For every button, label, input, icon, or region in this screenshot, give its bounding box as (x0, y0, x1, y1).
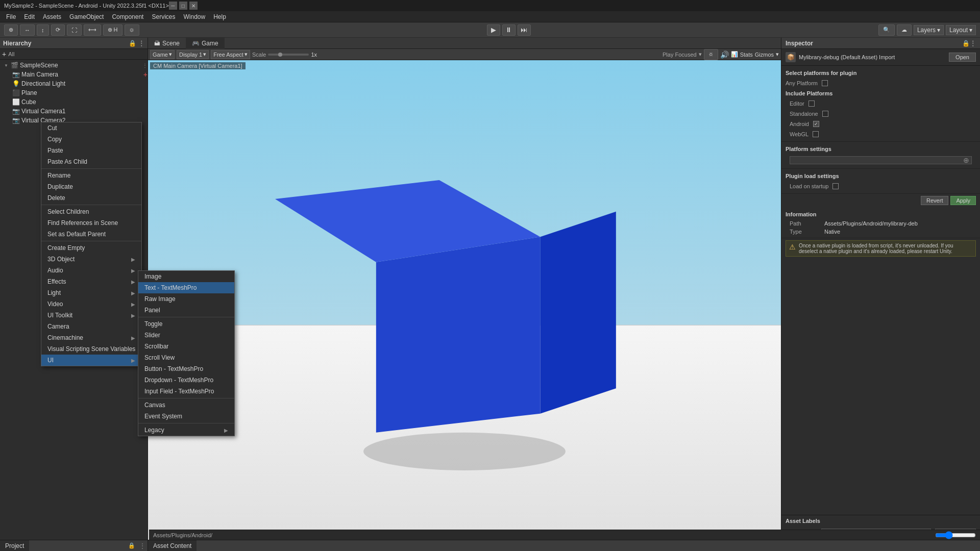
ctx-uitoolkit[interactable]: UI Toolkit▶ (41, 310, 141, 321)
ctx-ui[interactable]: UI▶ (41, 355, 141, 366)
hierarchy-tab-label[interactable]: Hierarchy (3, 40, 31, 47)
hierarchy-item-cube[interactable]: ⬜ Cube (0, 97, 148, 107)
toolbar-transform-t[interactable]: ⛶ (67, 24, 82, 36)
smenu-button-tmp[interactable]: Button - TextMeshPro (138, 363, 234, 374)
ctx-camera[interactable]: Camera (41, 321, 141, 332)
smenu-legacy[interactable]: Legacy▶ (138, 424, 234, 436)
search-button[interactable]: 🔍 (878, 24, 895, 36)
hier-dirlight-label: Directional Light (21, 80, 65, 87)
ctx-rename[interactable]: Rename (41, 170, 141, 181)
project-tab[interactable]: Project (0, 540, 29, 552)
pause-button[interactable]: ⏸ (502, 24, 516, 36)
smenu-scroll-view[interactable]: Scroll View (138, 352, 234, 363)
ctx-cinemachine[interactable]: Cinemachine▶ (41, 332, 141, 343)
toolbar-transform-q[interactable]: ⊕ (4, 24, 18, 36)
ctx-delete[interactable]: Delete (41, 192, 141, 204)
revert-button[interactable]: Revert (921, 196, 948, 205)
minimize-button[interactable]: ─ (169, 2, 177, 10)
ctx-find-references[interactable]: Find References in Scene (41, 217, 141, 229)
inspector-menu-icon[interactable]: ⋮ (970, 40, 976, 47)
ctx-paste-as-child[interactable]: Paste As Child (41, 156, 141, 167)
ctx-cut[interactable]: Cut (41, 122, 141, 134)
ctx-vsscene[interactable]: Visual Scripting Scene Variables (41, 343, 141, 355)
apply-button[interactable]: Apply (950, 196, 976, 205)
toolbar-transform-y[interactable]: ⟷ (84, 24, 101, 36)
asset-content-tab[interactable]: Asset Content (148, 540, 197, 552)
hierarchy-item-plane[interactable]: ⬛ Plane (0, 88, 148, 97)
smenu-raw-image[interactable]: Raw Image (138, 293, 234, 305)
display-dropdown[interactable]: Display 1 ▾ (177, 50, 209, 59)
ctx-3dobject[interactable]: 3D Object▶ (41, 254, 141, 265)
hierarchy-item-directionallight[interactable]: 💡 Directional Light (0, 79, 148, 88)
ctx-copy[interactable]: Copy (41, 134, 141, 145)
maximize-button[interactable]: □ (179, 2, 187, 10)
webgl-checkbox[interactable] (813, 131, 819, 137)
android-checkbox[interactable]: ✓ (813, 121, 819, 127)
hierarchy-item-maincamera[interactable]: 📷 Main Camera + (0, 70, 148, 79)
editor-checkbox[interactable] (808, 101, 815, 107)
toolbar-transform-r[interactable]: ⟳ (51, 24, 65, 36)
hierarchy-menu-icon[interactable]: ⋮ (138, 40, 144, 47)
platform-settings-section: Platform settings ⊕ (781, 142, 980, 169)
inspector-lock-icon[interactable]: 🔒 (962, 40, 970, 47)
scale-slider[interactable] (268, 54, 309, 56)
smenu-event-system[interactable]: Event System (138, 411, 234, 422)
hierarchy-item-vcam1[interactable]: 📷 Virtual Camera1 (0, 107, 148, 116)
smenu-canvas[interactable]: Canvas (138, 399, 234, 411)
hierarchy-menu-icon[interactable]: ⋮ (142, 63, 148, 68)
hierarchy-item-samplescene[interactable]: ▼ 🎬 SampleScene ⋮ (0, 61, 148, 70)
menu-assets[interactable]: Assets (39, 11, 65, 22)
stats-label[interactable]: Stats (740, 52, 753, 58)
menu-services[interactable]: Services (148, 11, 179, 22)
menu-component[interactable]: Component (108, 11, 148, 22)
game-tab[interactable]: 🎮 Game (186, 38, 225, 49)
layers-dropdown[interactable]: Layers ▾ (914, 25, 944, 35)
scene-tab[interactable]: 🏔 Scene (148, 38, 186, 49)
play-button[interactable]: ▶ (487, 24, 500, 36)
game-dropdown[interactable]: Game ▾ (150, 50, 175, 59)
menu-edit[interactable]: Edit (20, 11, 39, 22)
smenu-dropdown-tmp[interactable]: Dropdown - TextMeshPro (138, 374, 234, 386)
ctx-paste[interactable]: Paste (41, 145, 141, 156)
menu-gameobject[interactable]: GameObject (65, 11, 108, 22)
ctx-effects[interactable]: Effects▶ (41, 276, 141, 287)
smenu-scrollbar[interactable]: Scrollbar (138, 341, 234, 352)
smenu-text-tmp[interactable]: Text - TextMeshPro (138, 282, 234, 293)
smenu-slider[interactable]: Slider (138, 330, 234, 341)
include-platforms-label: Include Platforms (786, 90, 832, 96)
hierarchy-add-icon[interactable]: + (2, 50, 6, 58)
any-platform-checkbox[interactable] (822, 80, 828, 86)
ctx-select-children[interactable]: Select Children (41, 206, 141, 217)
menu-window[interactable]: Window (179, 11, 209, 22)
gizmos-label[interactable]: Gizmos (755, 52, 774, 58)
layout-dropdown[interactable]: Layout ▾ (946, 25, 976, 35)
ctx-audio[interactable]: Audio▶ (41, 265, 141, 276)
step-button[interactable]: ⏭ (518, 24, 531, 36)
path-row: Path Assets/Plugins/Android/mylibrary-de… (786, 219, 976, 228)
toolbar-transform-w[interactable]: ↔ (20, 24, 35, 36)
ctx-create-empty[interactable]: Create Empty (41, 242, 141, 254)
toolbar-global[interactable]: ⛭ (125, 24, 139, 36)
smenu-toggle[interactable]: Toggle (138, 318, 234, 330)
ctx-light[interactable]: Light▶ (41, 287, 141, 298)
inspector-tab-label[interactable]: Inspector (786, 40, 813, 47)
smenu-image[interactable]: Image (138, 271, 234, 282)
close-button[interactable]: ✕ (189, 2, 198, 10)
menu-file[interactable]: File (2, 11, 20, 22)
ctx-duplicate[interactable]: Duplicate (41, 181, 141, 192)
toolbar-transform-e[interactable]: ↕ (37, 24, 49, 36)
play-focused-settings[interactable]: ⛭ (704, 49, 718, 60)
account-button[interactable]: ☁ (897, 24, 912, 36)
project-menu-icon[interactable]: ⋮ (137, 542, 148, 549)
smenu-panel[interactable]: Panel (138, 305, 234, 316)
toolbar-pivot[interactable]: ⊕ H (103, 24, 122, 36)
load-startup-checkbox[interactable] (832, 183, 839, 189)
zoom-slider[interactable] (935, 531, 976, 539)
standalone-checkbox[interactable] (822, 111, 828, 117)
ctx-video[interactable]: Video▶ (41, 298, 141, 310)
aspect-dropdown[interactable]: Free Aspect ▾ (211, 50, 250, 59)
menu-help[interactable]: Help (209, 11, 230, 22)
smenu-inputfield-tmp[interactable]: Input Field - TextMeshPro (138, 386, 234, 397)
ctx-set-default-parent[interactable]: Set as Default Parent (41, 229, 141, 240)
open-button[interactable]: Open (949, 53, 976, 62)
